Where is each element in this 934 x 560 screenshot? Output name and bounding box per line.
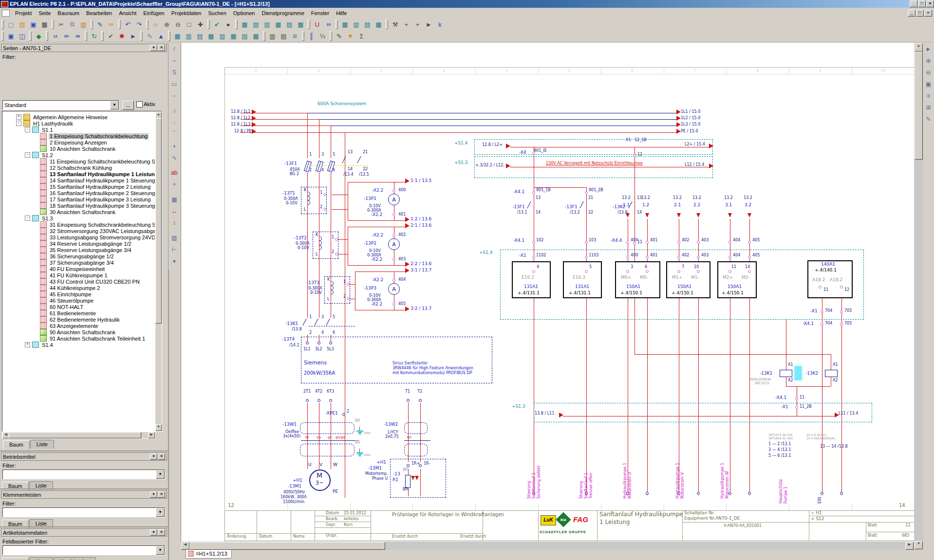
tree-item[interactable]: 91 Ansichten Schaltschrank Teileinheit 1 <box>34 335 146 342</box>
circle-icon[interactable]: ○ <box>169 105 180 116</box>
pages-tab-baum[interactable]: Baum <box>3 440 30 449</box>
save-icon[interactable]: ▣ <box>28 19 39 30</box>
canvas-hscrollbar[interactable]: ◀ ▶ <box>181 542 914 550</box>
pan-icon[interactable]: ✚ <box>195 19 206 30</box>
pen-icon[interactable]: ✎ <box>334 31 345 42</box>
menu-projektdaten[interactable]: Projektdaten <box>168 9 205 18</box>
table-1-icon[interactable]: ▦ <box>339 19 351 30</box>
grid-d-icon[interactable]: ▦ <box>205 31 217 42</box>
close-button[interactable]: × <box>926 0 934 7</box>
filter-combobox[interactable]: ▼ <box>2 545 165 555</box>
grid-h-icon[interactable]: ▦ <box>250 31 262 42</box>
window-cascade-icon[interactable]: ▣ <box>5 31 17 42</box>
puzzle-macro-icon[interactable]: ◆ <box>33 31 44 42</box>
tree-hscrollbar[interactable]: ◀ ▶ <box>2 432 155 439</box>
artikelstammdaten-tab-baum[interactable]: Baum <box>2 558 29 560</box>
numbering-icon[interactable]: 10 <box>323 19 334 30</box>
format-paint-icon[interactable]: ✏ <box>106 19 117 30</box>
curve-icon[interactable]: ∿ <box>169 152 180 163</box>
tree-expander-icon[interactable]: - <box>25 216 30 221</box>
panel-float-icon[interactable]: ▾ <box>150 529 157 536</box>
tree-expander-icon[interactable]: - <box>16 121 21 126</box>
tree-expander-icon[interactable]: + <box>16 114 21 120</box>
tree-item[interactable]: 35 Reserve Leistungsabgänge 3/4 <box>34 247 132 253</box>
tree-item[interactable]: +Allgemein Allgemeine Hinweise <box>16 114 109 120</box>
pointer-icon[interactable]: ► <box>923 43 934 54</box>
tree-item[interactable]: 46 Steuerölpumpe <box>34 297 94 304</box>
navigator-pages-icon[interactable]: ▦ <box>239 19 250 30</box>
tree-item[interactable]: 37 Sicherungsabgänge 3/4 <box>34 259 115 266</box>
grid-c-icon[interactable]: ▤ <box>194 31 205 42</box>
coordinate-icon[interactable]: + <box>169 179 180 190</box>
tree-item[interactable]: 14 Sanftanlauf Hydraulikpumpe 1 Steuerun… <box>34 177 156 183</box>
combo-dropdown-icon[interactable]: ▼ <box>110 101 119 109</box>
find-icon[interactable]: ○ <box>150 19 161 30</box>
tree-item[interactable]: 40 FU Einspeiseeinheit <box>34 266 106 272</box>
tree-item[interactable]: 32 Stromversorgung 230VAC Leistungsabgan… <box>34 228 162 234</box>
tree-item[interactable]: 30 Ansichten Schaltschrank <box>34 209 116 215</box>
artikelstammdaten-tab-kombination[interactable]: Kombination <box>54 557 96 560</box>
menu-hilfe[interactable]: Hilfe <box>333 9 350 18</box>
number-pages-icon[interactable]: 12 <box>50 31 61 42</box>
tree-item[interactable]: 41 FU Kühkreispumpe 1 <box>34 272 109 278</box>
table-2-icon[interactable]: ▥ <box>351 19 362 30</box>
abort-icon[interactable]: ● <box>223 19 234 30</box>
image-icon[interactable]: ▦ <box>169 194 180 205</box>
tree-item[interactable]: 15 Sanftanlauf Hydraulikpumpe 2 Leistung <box>34 183 151 190</box>
menu-suchen[interactable]: Suchen <box>205 9 229 18</box>
hatch-icon[interactable]: ▨ <box>169 232 180 243</box>
sheet-tab[interactable]: =H1+S1.2/13 <box>186 550 232 559</box>
panel-float-icon[interactable]: ▾ <box>150 453 157 460</box>
tree-expander-icon[interactable]: + <box>25 342 30 347</box>
text-ab-icon[interactable]: ab <box>169 167 180 178</box>
menu-seite[interactable]: Seite <box>35 9 54 18</box>
navigator-devices-icon[interactable]: ▤ <box>250 19 262 30</box>
insert-device-icon[interactable]: U <box>312 19 323 30</box>
tree-item[interactable]: 44 Kühlkreispumpe 2 <box>34 285 101 291</box>
circle-dashed-icon[interactable]: ◌ <box>169 117 180 128</box>
circuit-icon[interactable]: ⧈ <box>289 31 300 42</box>
pages-tab-liste[interactable]: Liste <box>30 440 54 449</box>
rectangle-2-icon[interactable]: ▫ <box>169 90 180 101</box>
goto-icon[interactable]: ► <box>128 31 139 42</box>
panel-close-icon[interactable]: ✕ <box>158 529 165 536</box>
panel-close-icon[interactable]: ✕ <box>158 491 165 498</box>
device-box-icon[interactable]: ▤ <box>278 31 289 42</box>
parts-cart-icon[interactable]: ▼ <box>345 31 356 42</box>
paste-icon[interactable]: ▥ <box>78 19 89 30</box>
tree-expander-icon[interactable]: - <box>25 152 30 158</box>
cut-icon[interactable]: ✂ <box>56 19 67 30</box>
tree-item[interactable]: 31 Einspeisung Schaltschrankbeleuchtung … <box>34 221 162 228</box>
panel-float-icon[interactable]: ▾ <box>150 491 157 498</box>
zoom-out-icon[interactable]: ⊖ <box>923 67 934 78</box>
filter-combobox[interactable]: ▼ <box>2 470 165 479</box>
table-3-icon[interactable]: ▤ <box>362 19 373 30</box>
aktiv-checkbox[interactable] <box>136 101 143 108</box>
insert-plus-icon[interactable]: + <box>401 19 412 30</box>
redo-icon[interactable]: ↷ <box>133 19 145 30</box>
menu-projekt[interactable]: Projekt <box>12 9 35 18</box>
open-project-icon[interactable]: ▤ <box>17 19 28 30</box>
pin-icon[interactable]: ▾ <box>169 255 180 267</box>
tree-item[interactable]: 34 Reserve Leistungsabgänge 1/2 <box>34 240 132 247</box>
tree-item[interactable]: 43 FU Control Unit CU320 CBE20 PN <box>34 278 141 285</box>
menu-bauraum[interactable]: Bauraum <box>54 9 83 18</box>
grid-e-icon[interactable]: ▥ <box>217 31 228 42</box>
tree-item[interactable]: 17 Sanftanlauf Hydraulikpumpe 3 Leistung <box>34 196 151 202</box>
menu-fenster[interactable]: Fenster <box>308 9 333 18</box>
minimize-button[interactable]: _ <box>910 0 917 7</box>
new-page-icon[interactable]: ▢ <box>5 19 17 30</box>
tree-item[interactable]: 2 Einspeisung Anzeigen <box>34 139 108 145</box>
pages-panel-header[interactable]: Seiten - AN70-1_DE ▾ ✕ <box>1 44 167 52</box>
tree-item[interactable]: 36 Sicherungsabgänge 1/2 <box>34 253 115 259</box>
number-dt-icon[interactable]: 48 <box>72 31 83 42</box>
tree-item[interactable]: +S1.4 <box>25 342 54 348</box>
tree-item[interactable]: 63 Anzeigeelemente <box>34 323 99 329</box>
filter-combobox[interactable]: Standard ▼ <box>2 100 119 110</box>
menu-optionen[interactable]: Optionen <box>230 9 259 18</box>
tree-item[interactable]: 18 Sanftanlauf Hydraulikpumpe 3 Steuerun… <box>34 202 156 209</box>
mdi-close-button[interactable]: × <box>924 10 932 17</box>
layers-icon[interactable]: ≡ <box>923 90 934 101</box>
grid-g-icon[interactable]: ▤ <box>239 31 250 42</box>
rectangle-icon[interactable]: ▭ <box>169 78 180 90</box>
